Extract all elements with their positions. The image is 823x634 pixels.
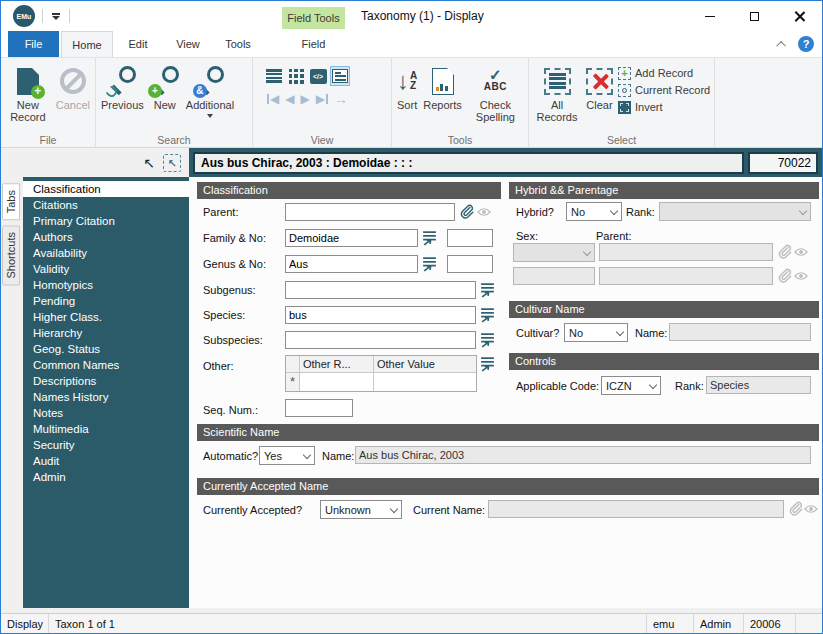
attach-icon <box>788 501 803 517</box>
other-value-column-header[interactable]: Other Value <box>374 356 476 373</box>
automatic-select[interactable]: Yes <box>259 446 315 465</box>
sidebar-item-audit[interactable]: Audit <box>23 453 189 469</box>
cultivar-select[interactable]: No <box>564 323 628 342</box>
other-value-cell[interactable] <box>374 373 476 391</box>
additional-search-button[interactable]: & Additional <box>183 61 237 120</box>
sidebar-item-validity[interactable]: Validity <box>23 261 189 277</box>
details-view-button[interactable] <box>331 67 349 85</box>
goto-record-icon[interactable]: → <box>334 91 348 107</box>
genus-field[interactable] <box>285 255 418 273</box>
sidebar-item-authors[interactable]: Authors <box>23 229 189 245</box>
page-view-button[interactable]: </> <box>309 67 327 85</box>
sidebar-item-homotypics[interactable]: Homotypics <box>23 277 189 293</box>
ribbon-tab-strip: File Home Edit View Tools Field ? <box>1 31 822 57</box>
contextual-tab-group-field-tools[interactable]: Field Tools <box>282 7 345 29</box>
customize-quick-access-button[interactable] <box>50 11 62 22</box>
other-rank-cell[interactable] <box>300 373 374 391</box>
seqnum-label: Seq. Num.: <box>203 401 258 419</box>
family-number-field[interactable] <box>447 229 493 247</box>
view-attached-icon <box>794 271 808 281</box>
lookup-list-icon[interactable] <box>422 230 437 246</box>
applicable-code-select[interactable]: ICZN <box>601 376 661 395</box>
subgenus-field[interactable] <box>285 281 476 299</box>
select-pointer-icon[interactable]: ↖ <box>163 154 181 172</box>
sidebar-item-notes[interactable]: Notes <box>23 405 189 421</box>
tab-file[interactable]: File <box>8 31 59 57</box>
sidebar-item-descriptions[interactable]: Descriptions <box>23 373 189 389</box>
subspecies-field[interactable] <box>285 331 476 349</box>
tab-tools[interactable]: Tools <box>213 31 263 57</box>
status-user: emu <box>647 614 694 633</box>
status-mode: Display <box>1 614 49 633</box>
lookup-list-icon[interactable] <box>480 307 495 323</box>
lookup-list-icon[interactable] <box>480 332 495 348</box>
current-record-button[interactable]: Current Record <box>618 83 710 97</box>
sidebar-item-geog-status[interactable]: Geog. Status <box>23 341 189 357</box>
all-records-button[interactable]: All Records <box>531 61 583 125</box>
species-field[interactable] <box>285 306 476 324</box>
sort-button[interactable]: ↓ AZ Sort <box>394 61 420 113</box>
tab-list-sidebar: Classification Citations Primary Citatio… <box>23 177 189 608</box>
other-rank-column-header[interactable]: Other R... <box>300 356 374 373</box>
family-field[interactable] <box>285 229 418 247</box>
previous-search-button[interactable]: Previous <box>98 61 147 113</box>
goto-last-icon[interactable]: ▶ <box>316 92 328 106</box>
sidebar-item-admin[interactable]: Admin <box>23 469 189 485</box>
sidebar-item-hierarchy[interactable]: Hierarchy <box>23 325 189 341</box>
invert-selection-button[interactable]: Invert <box>618 100 710 114</box>
sidebar-item-multimedia[interactable]: Multimedia <box>23 421 189 437</box>
sidebar-item-citations[interactable]: Citations <box>23 197 189 213</box>
maximize-button[interactable] <box>732 1 777 31</box>
tab-field[interactable]: Field <box>282 31 345 57</box>
pointer-icon[interactable]: ↖ <box>143 156 155 170</box>
lookup-list-icon[interactable] <box>422 256 437 272</box>
check-spelling-button[interactable]: ✓ ABC Check Spelling <box>465 61 526 125</box>
sidebar-item-security[interactable]: Security <box>23 437 189 453</box>
attach-icon[interactable] <box>459 204 474 220</box>
reports-button[interactable]: Reports <box>420 61 465 113</box>
species-label: Species: <box>203 306 245 324</box>
sidebar-item-availability[interactable]: Availability <box>23 245 189 261</box>
contact-view-button[interactable] <box>287 67 305 85</box>
new-record-button[interactable]: + New Record <box>3 61 53 125</box>
previous-record-icon[interactable]: ◀ <box>285 92 294 106</box>
sidebar-item-names-history[interactable]: Names History <box>23 389 189 405</box>
seqnum-field[interactable] <box>285 399 353 417</box>
other-ranks-grid[interactable]: Other R... Other Value * <box>285 355 477 392</box>
collapse-ribbon-icon[interactable] <box>776 40 786 50</box>
emu-logo-icon[interactable]: EMu <box>13 5 35 27</box>
help-icon[interactable]: ? <box>798 36 814 52</box>
currently-accepted-select[interactable]: Unknown <box>320 500 402 519</box>
sidebar-item-pending[interactable]: Pending <box>23 293 189 309</box>
sidebar-item-common-names[interactable]: Common Names <box>23 357 189 373</box>
cultivar-name-label: Name: <box>635 324 667 342</box>
sidebar-item-higher-class[interactable]: Higher Class. <box>23 309 189 325</box>
close-button[interactable] <box>777 1 822 31</box>
add-record-button[interactable]: + Add Record <box>618 66 710 80</box>
lookup-list-icon[interactable] <box>480 282 495 298</box>
parent-field-1 <box>599 243 773 261</box>
sidebar-item-classification[interactable]: Classification <box>23 181 189 197</box>
goto-first-icon[interactable]: ◀ <box>267 92 279 106</box>
parent-field[interactable] <box>285 203 455 221</box>
new-search-button[interactable]: + New <box>147 61 183 113</box>
tab-home[interactable]: Home <box>61 31 113 57</box>
rail-tab-tabs[interactable]: Tabs <box>2 183 20 220</box>
current-name-field <box>488 500 784 518</box>
tab-edit[interactable]: Edit <box>113 31 163 57</box>
quick-access-toolbar: EMu <box>13 5 70 27</box>
section-controls: Controls <box>509 353 819 370</box>
sidebar-item-primary-citation[interactable]: Primary Citation <box>23 213 189 229</box>
clear-selection-button[interactable]: Clear <box>583 61 616 113</box>
list-view-button[interactable] <box>265 67 283 85</box>
rail-tab-shortcuts[interactable]: Shortcuts <box>2 225 20 285</box>
window-controls <box>687 1 822 31</box>
window-title: Taxonomy (1) - Display <box>361 9 484 23</box>
hybrid-select[interactable]: No <box>566 202 622 221</box>
minimize-button[interactable] <box>687 1 732 31</box>
genus-number-field[interactable] <box>447 255 493 273</box>
next-record-icon[interactable]: ▶ <box>300 92 309 106</box>
lookup-list-icon[interactable] <box>480 356 495 372</box>
tab-view[interactable]: View <box>163 31 213 57</box>
group-label-file: File <box>1 134 95 146</box>
